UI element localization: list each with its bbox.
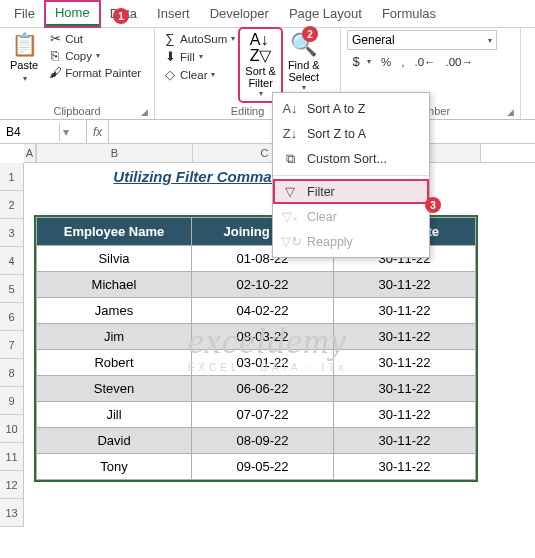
clear-filter-icon: ▽ₓ bbox=[281, 209, 299, 224]
cell[interactable]: 30-11-22 bbox=[334, 402, 476, 428]
row-header[interactable]: 1 bbox=[0, 163, 24, 191]
row-header[interactable]: 11 bbox=[0, 443, 24, 471]
cell[interactable]: Tony bbox=[37, 454, 192, 480]
menu-sort-az[interactable]: A↓Sort A to Z bbox=[273, 96, 429, 121]
sort-za-icon: Z↓ bbox=[281, 126, 299, 141]
cell[interactable]: Jim bbox=[37, 324, 192, 350]
table-row[interactable]: Tony09-05-2230-11-22 bbox=[37, 454, 476, 480]
cell[interactable]: 04-02-22 bbox=[192, 298, 334, 324]
row-header[interactable]: 4 bbox=[0, 247, 24, 275]
fill-button[interactable]: ⬇Fill▾ bbox=[161, 48, 237, 65]
cut-button[interactable]: ✂Cut bbox=[46, 30, 143, 47]
row-header[interactable]: 6 bbox=[0, 303, 24, 331]
comma-icon: , bbox=[401, 56, 404, 68]
row-header[interactable]: 7 bbox=[0, 331, 24, 359]
table-row[interactable]: Jill07-07-2230-11-22 bbox=[37, 402, 476, 428]
row-header[interactable]: 13 bbox=[0, 499, 24, 527]
sort-filter-menu: A↓Sort A to Z Z↓Sort Z to A ⧉Custom Sort… bbox=[272, 92, 430, 258]
autosum-button[interactable]: ∑AutoSum▾ bbox=[161, 30, 237, 47]
fx-button[interactable]: fx bbox=[86, 120, 109, 143]
row-header[interactable]: 12 bbox=[0, 471, 24, 499]
cell[interactable]: 09-05-22 bbox=[192, 454, 334, 480]
menu-filter[interactable]: ▽Filter bbox=[273, 179, 429, 204]
menu-reapply: ▽↻Reapply bbox=[273, 229, 429, 254]
tab-insert[interactable]: Insert bbox=[147, 2, 200, 25]
cell[interactable]: 30-11-22 bbox=[334, 428, 476, 454]
cell[interactable]: 06-06-22 bbox=[192, 376, 334, 402]
paste-button[interactable]: 📋 Paste▾ bbox=[6, 30, 42, 86]
tab-developer[interactable]: Developer bbox=[200, 2, 279, 25]
row-header[interactable]: 10 bbox=[0, 415, 24, 443]
annotation-badge-2: 2 bbox=[302, 26, 318, 42]
row-header[interactable]: 8 bbox=[0, 359, 24, 387]
cell[interactable]: Silvia bbox=[37, 246, 192, 272]
row-headers: 12345678910111213 bbox=[0, 163, 24, 527]
decrease-decimal-button[interactable]: .00→ bbox=[444, 55, 476, 69]
tab-file[interactable]: File bbox=[4, 2, 45, 25]
cell[interactable]: 02-10-22 bbox=[192, 272, 334, 298]
cell[interactable]: 30-11-22 bbox=[334, 324, 476, 350]
copy-button[interactable]: ⎘Copy▾ bbox=[46, 47, 143, 64]
sort-filter-button[interactable]: A↓Z▽ Sort & Filter ▾ bbox=[241, 30, 280, 100]
scissors-icon: ✂ bbox=[48, 31, 62, 46]
sort-az-icon: A↓ bbox=[281, 101, 299, 116]
dialog-launcher-icon[interactable]: ◢ bbox=[507, 107, 514, 117]
table-row[interactable]: David08-09-2230-11-22 bbox=[37, 428, 476, 454]
tab-home[interactable]: Home bbox=[45, 1, 100, 27]
table-row[interactable]: James04-02-2230-11-22 bbox=[37, 298, 476, 324]
cell[interactable]: Jill bbox=[37, 402, 192, 428]
comma-button[interactable]: , bbox=[399, 55, 406, 69]
dollar-icon: $ bbox=[349, 54, 363, 69]
increase-decimal-button[interactable]: .0← bbox=[412, 55, 437, 69]
cell[interactable]: 07-07-22 bbox=[192, 402, 334, 428]
tab-formulas[interactable]: Formulas bbox=[372, 2, 446, 25]
table-row[interactable]: Robert03-01-2230-11-22 bbox=[37, 350, 476, 376]
row-header[interactable]: 2 bbox=[0, 191, 24, 219]
formula-bar-row: B4 ▾ fx bbox=[0, 120, 535, 144]
cell[interactable]: Steven bbox=[37, 376, 192, 402]
format-painter-button[interactable]: 🖌Format Painter bbox=[46, 64, 143, 81]
cell[interactable]: 30-11-22 bbox=[334, 272, 476, 298]
cell[interactable]: 30-11-22 bbox=[334, 376, 476, 402]
clear-button[interactable]: ◇Clear▾ bbox=[161, 66, 237, 83]
row-header[interactable]: 5 bbox=[0, 275, 24, 303]
row-header[interactable]: 3 bbox=[0, 219, 24, 247]
cell[interactable]: David bbox=[37, 428, 192, 454]
col-header-b[interactable]: B bbox=[36, 144, 193, 162]
sigma-icon: ∑ bbox=[163, 31, 177, 46]
increase-decimal-icon: .0← bbox=[414, 56, 435, 68]
percent-button[interactable]: % bbox=[379, 55, 393, 69]
cell[interactable]: 30-11-22 bbox=[334, 298, 476, 324]
cell[interactable]: Michael bbox=[37, 272, 192, 298]
cell[interactable]: 08-03-22 bbox=[192, 324, 334, 350]
number-format-select[interactable]: General▾ bbox=[347, 30, 497, 50]
paste-label: Paste bbox=[10, 59, 38, 71]
cell[interactable]: Robert bbox=[37, 350, 192, 376]
cell[interactable]: 30-11-22 bbox=[334, 350, 476, 376]
reapply-icon: ▽↻ bbox=[281, 234, 299, 249]
clipboard-icon: 📋 bbox=[11, 32, 38, 58]
cell[interactable]: 03-01-22 bbox=[192, 350, 334, 376]
menu-separator bbox=[273, 175, 429, 176]
row-header[interactable]: 9 bbox=[0, 387, 24, 415]
dialog-launcher-icon[interactable]: ◢ bbox=[141, 107, 148, 117]
eraser-icon: ◇ bbox=[163, 67, 177, 82]
percent-icon: % bbox=[381, 56, 391, 68]
custom-sort-icon: ⧉ bbox=[281, 151, 299, 167]
number-format-value: General bbox=[352, 33, 395, 47]
grid: 12345678910111213 Utilizing Filter Comma… bbox=[0, 163, 535, 527]
currency-button[interactable]: $▾ bbox=[347, 53, 373, 70]
th-name[interactable]: Employee Name bbox=[37, 218, 192, 246]
table-row[interactable]: Jim08-03-2230-11-22 bbox=[37, 324, 476, 350]
table-row[interactable]: Steven06-06-2230-11-22 bbox=[37, 376, 476, 402]
menu-custom-sort[interactable]: ⧉Custom Sort... bbox=[273, 146, 429, 172]
col-header-a[interactable]: A bbox=[24, 144, 36, 162]
name-box[interactable]: B4 bbox=[0, 123, 60, 141]
table-row[interactable]: Michael02-10-2230-11-22 bbox=[37, 272, 476, 298]
cell[interactable]: 30-11-22 bbox=[334, 454, 476, 480]
menu-sort-za[interactable]: Z↓Sort Z to A bbox=[273, 121, 429, 146]
decrease-decimal-icon: .00→ bbox=[446, 56, 474, 68]
cell[interactable]: 08-09-22 bbox=[192, 428, 334, 454]
cell[interactable]: James bbox=[37, 298, 192, 324]
tab-pagelayout[interactable]: Page Layout bbox=[279, 2, 372, 25]
